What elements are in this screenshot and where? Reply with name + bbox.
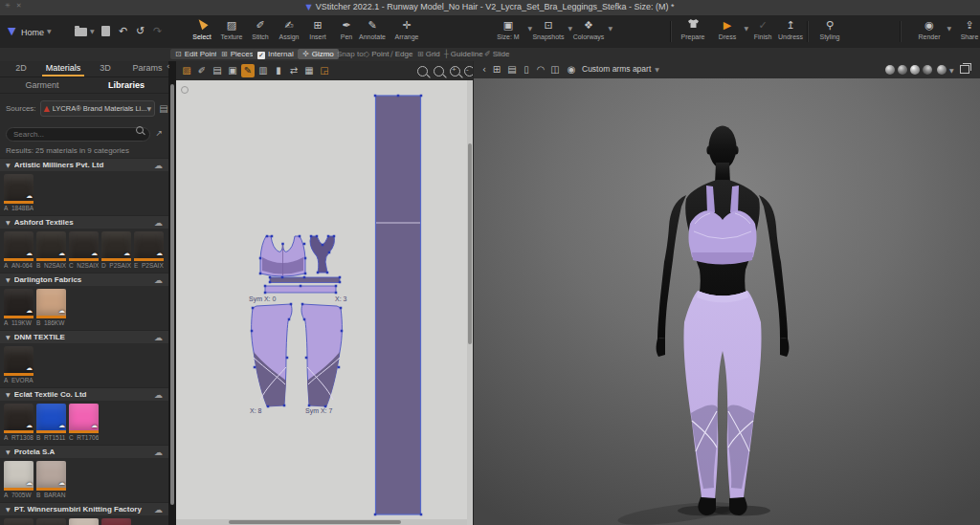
- material-swatch[interactable]: ☁A_AN-064: [4, 231, 33, 269]
- tab-materials[interactable]: Materials: [42, 61, 84, 77]
- vertical-scrollbar-thumb[interactable]: [468, 143, 472, 344]
- tab-params[interactable]: Params: [126, 61, 168, 77]
- tool-colorways[interactable]: ❖▼Colorways: [567, 18, 611, 40]
- pattern-canvas[interactable]: Sym X: 0 X: 3 X: 8 Sym X: 7: [176, 80, 473, 525]
- pattern-2d-view[interactable]: + - ▨✐▤▣✎▥▮⇄▦◲: [176, 61, 473, 525]
- swatch-tile[interactable]: ☁: [101, 518, 131, 525]
- grid-view-icon[interactable]: ▦: [302, 64, 316, 77]
- zoom-selection-icon[interactable]: [417, 66, 428, 77]
- fabric-icon[interactable]: ▤: [211, 64, 224, 77]
- material-swatch[interactable]: ☁D_P2SAIX: [101, 231, 131, 269]
- library-list-icon[interactable]: ▤: [159, 103, 167, 114]
- tab-3d[interactable]: 3D: [84, 61, 126, 77]
- new-file-button[interactable]: [101, 23, 110, 40]
- flip-icon[interactable]: ⇄: [287, 64, 301, 77]
- ruler-icon[interactable]: ▯: [520, 63, 533, 77]
- material-swatch[interactable]: ☁A_EVORA: [4, 346, 33, 383]
- avatar-canvas[interactable]: [474, 78, 980, 525]
- render-mode-sphere-icon-5[interactable]: [937, 65, 947, 75]
- render-mode-sphere-icon-4[interactable]: [923, 65, 932, 75]
- collapse-triangle-icon[interactable]: ▼: [6, 391, 11, 398]
- swatch-tile[interactable]: ☁: [36, 461, 66, 491]
- swatch-tile[interactable]: ☁: [4, 404, 33, 433]
- render-mode-sphere-icon-3[interactable]: [910, 65, 920, 75]
- material-swatch[interactable]: ☁C_N2SAIX: [69, 231, 99, 269]
- corner-tool-icon[interactable]: ◲: [318, 64, 331, 77]
- gizmo-button[interactable]: ✜Gizmo: [298, 49, 339, 59]
- tool-styling[interactable]: ⚲Styling: [811, 18, 849, 40]
- material-swatch[interactable]: ☁B_N2SAIX: [36, 231, 66, 269]
- tool-render[interactable]: ◉▼Render: [909, 18, 949, 40]
- material-swatch[interactable]: ☁: [69, 518, 99, 525]
- zoom-fit-icon[interactable]: [434, 66, 444, 77]
- material-swatch[interactable]: ☁A_1848BA: [4, 174, 33, 211]
- material-swatch[interactable]: ☁B_BARAN: [36, 461, 66, 498]
- piece-icon[interactable]: ▣: [226, 64, 239, 77]
- detach-window-icon[interactable]: [960, 65, 969, 74]
- subtab-libraries[interactable]: Libraries: [84, 77, 168, 93]
- swatch-tile[interactable]: ☁: [69, 518, 99, 525]
- category-header[interactable]: ▼Eclat Textile Co. Ltd☁: [0, 387, 168, 401]
- category-header[interactable]: ▼PT. Winnersumbiri Knitting Factory☁: [0, 502, 168, 515]
- protractor-icon[interactable]: ◠: [534, 63, 547, 77]
- background-icon[interactable]: ▤: [505, 63, 519, 77]
- swatch-tile[interactable]: ☁: [4, 461, 33, 491]
- subtab-garment[interactable]: Garment: [0, 77, 84, 93]
- snap-option-point[interactable]: ◇Point: [364, 50, 389, 58]
- snap-option-grid[interactable]: ⊞Grid: [417, 50, 440, 58]
- home-menu[interactable]: Home▼: [21, 23, 52, 40]
- swatch-tile[interactable]: ☁: [4, 174, 33, 204]
- swatch-tile[interactable]: ☁: [69, 404, 99, 433]
- snap-option-edge[interactable]: ∕Edge: [390, 50, 412, 58]
- internal-toggle[interactable]: ✓Internal: [253, 49, 299, 59]
- texture-fill-icon[interactable]: ▨: [180, 64, 193, 77]
- category-header[interactable]: ▼DNM TEXTILE☁: [0, 330, 168, 343]
- material-swatch[interactable]: ☁A_RT1308: [4, 404, 33, 441]
- render-mode-sphere-icon-2[interactable]: [898, 65, 907, 75]
- material-swatch[interactable]: ☁: [101, 518, 131, 525]
- category-header[interactable]: ▼Artistic Milliners Pvt. Ltd☁: [0, 158, 168, 171]
- render-mode-sphere-icon-1[interactable]: [885, 65, 895, 75]
- material-swatch[interactable]: ☁C_RT1706: [69, 404, 99, 441]
- open-folder-button[interactable]: ▼: [75, 23, 95, 40]
- repeat-button[interactable]: ↷: [153, 23, 162, 40]
- zoom-in-icon[interactable]: +: [450, 66, 460, 77]
- swatch-tile[interactable]: ☁: [4, 518, 33, 525]
- grid-icon[interactable]: ⊞: [490, 63, 503, 77]
- collapse-triangle-icon[interactable]: ▼: [6, 448, 11, 455]
- external-link-icon[interactable]: ↗: [155, 128, 163, 138]
- category-header[interactable]: ▼Darlington Fabrics☁: [0, 273, 168, 286]
- material-swatch[interactable]: ☁: [4, 518, 33, 525]
- tab-2d[interactable]: 2D: [0, 61, 42, 77]
- panels-icon[interactable]: ◫: [548, 63, 562, 77]
- swatch-tile[interactable]: ☁: [4, 231, 33, 261]
- material-swatch[interactable]: ☁: [36, 518, 66, 525]
- undo-button[interactable]: ↶: [119, 23, 127, 40]
- pose-selector[interactable]: Custom arms apart▼: [582, 64, 659, 74]
- paint-icon[interactable]: ✎: [241, 64, 255, 77]
- collapse-triangle-icon[interactable]: ▼: [6, 219, 11, 226]
- render-modes-chevron-icon[interactable]: ▼: [949, 67, 954, 74]
- collapse-triangle-icon[interactable]: ▼: [6, 276, 11, 283]
- tool-snapshots[interactable]: ⊡▼Snapshots: [526, 18, 570, 40]
- tool-dress[interactable]: ▶▼Dress: [708, 18, 746, 40]
- snap-option-guideline[interactable]: ┼Guideline: [444, 50, 483, 58]
- source-dropdown[interactable]: ▲ LYCRA® Brand Materials Li... ▼: [40, 100, 156, 117]
- material-swatch[interactable]: ☁B_186KW: [36, 289, 66, 326]
- garment-3d-view[interactable]: Custom arms apart▼ ▼ ‹⊞▤▯◠◫◉: [473, 61, 980, 525]
- collapse-triangle-icon[interactable]: ▼: [6, 162, 11, 168]
- tool-size[interactable]: ▣▼Size: M: [486, 18, 530, 40]
- swatch-tile[interactable]: ☁: [69, 231, 99, 261]
- panel-divider[interactable]: [168, 61, 176, 525]
- category-header[interactable]: ▼Ashford Textiles☁: [0, 215, 168, 229]
- swatch-tile[interactable]: ☁: [36, 518, 66, 525]
- search-icon[interactable]: [136, 126, 144, 134]
- tool-share[interactable]: ⇪Share: [949, 18, 980, 40]
- stitch-tool-icon[interactable]: ✐: [195, 64, 209, 77]
- swatch-tile[interactable]: ☁: [36, 289, 66, 318]
- material-swatch[interactable]: ☁B_RT1511: [36, 404, 66, 441]
- swatch-tile[interactable]: ☁: [36, 231, 66, 261]
- horizontal-scrollbar[interactable]: [176, 519, 467, 525]
- category-header[interactable]: ▼Protela S.A☁: [0, 445, 168, 458]
- material-swatch[interactable]: ☁E_P2SAIX: [134, 231, 164, 269]
